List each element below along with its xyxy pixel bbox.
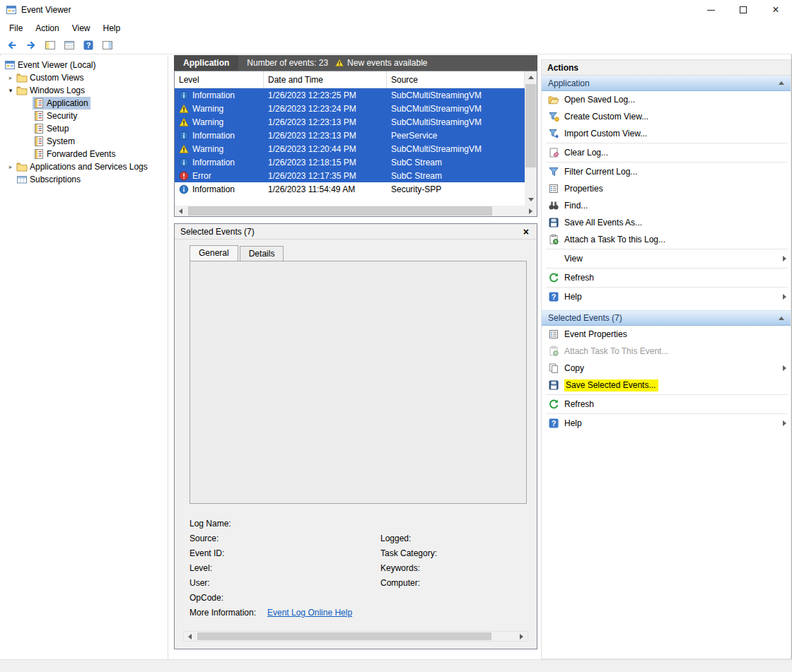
tree-item-forwarded-events[interactable]: Forwarded Events bbox=[0, 148, 168, 160]
tree-item-windows-logs[interactable]: ▾ Windows Logs bbox=[0, 84, 168, 97]
event-row[interactable]: Information 1/26/2023 12:18:15 PM SubC S… bbox=[175, 155, 525, 169]
event-level: Warning bbox=[192, 144, 223, 154]
warning-icon bbox=[179, 117, 189, 127]
back-button[interactable] bbox=[4, 37, 20, 53]
event-row[interactable]: Warning 1/26/2023 12:23:24 PM SubCMultiS… bbox=[175, 102, 525, 115]
scrollbar-thumb[interactable] bbox=[525, 84, 536, 167]
help-toolbar-button[interactable] bbox=[81, 37, 96, 53]
minimize-button[interactable] bbox=[694, 0, 727, 20]
tree-item-system[interactable]: System bbox=[0, 135, 168, 148]
event-row[interactable]: Error 1/26/2023 12:17:35 PM SubC Stream bbox=[175, 169, 525, 182]
action-save-selected-events[interactable]: Save Selected Events... bbox=[542, 377, 791, 394]
close-icon: × bbox=[772, 4, 779, 16]
action-refresh-selected[interactable]: Refresh bbox=[542, 396, 791, 413]
tab-general[interactable]: General bbox=[190, 245, 238, 261]
expander-collapsed-icon[interactable]: ▸ bbox=[6, 74, 16, 81]
menu-view[interactable]: View bbox=[66, 21, 97, 35]
show-console-tree-button[interactable] bbox=[42, 37, 58, 53]
export-list-icon bbox=[64, 40, 75, 51]
action-help-selected[interactable]: Help bbox=[542, 415, 791, 432]
actions-section-selected-events[interactable]: Selected Events (7) bbox=[542, 310, 791, 326]
scroll-down-button[interactable] bbox=[525, 194, 537, 206]
scroll-right-icon bbox=[520, 634, 523, 639]
action-view[interactable]: View bbox=[542, 250, 791, 267]
action-filter-current-log[interactable]: Filter Current Log... bbox=[542, 163, 791, 180]
column-header-source[interactable]: Source bbox=[387, 71, 525, 88]
action-event-properties[interactable]: Event Properties bbox=[542, 326, 791, 343]
list-horizontal-scrollbar[interactable] bbox=[175, 206, 537, 216]
event-row[interactable]: Information 1/26/2023 12:23:25 PM SubCMu… bbox=[175, 88, 525, 102]
tree-item-event-viewer-local[interactable]: Event Viewer (Local) bbox=[0, 59, 168, 71]
scroll-right-button[interactable] bbox=[516, 631, 528, 642]
field-label-computer: Computer: bbox=[380, 578, 420, 588]
scrollbar-thumb[interactable] bbox=[188, 206, 492, 216]
event-log-online-help-link[interactable]: Event Log Online Help bbox=[267, 608, 352, 618]
column-header-level[interactable]: Level bbox=[175, 71, 264, 88]
tree-item-setup[interactable]: Setup bbox=[0, 122, 168, 135]
expander-collapsed-icon[interactable]: ▸ bbox=[6, 163, 16, 170]
event-viewer-root-icon bbox=[4, 59, 16, 71]
tree-item-subscriptions[interactable]: Subscriptions bbox=[0, 173, 168, 186]
event-datetime: 1/26/2023 12:18:15 PM bbox=[264, 155, 387, 169]
create-view-icon bbox=[548, 111, 559, 122]
menu-help[interactable]: Help bbox=[97, 21, 127, 35]
tree-label: Application bbox=[47, 98, 88, 108]
action-refresh[interactable]: Refresh bbox=[542, 269, 791, 286]
action-open-saved-log[interactable]: Open Saved Log... bbox=[542, 91, 791, 108]
action-label: Copy bbox=[564, 363, 584, 373]
scroll-left-button[interactable] bbox=[175, 206, 187, 216]
expander-expanded-icon[interactable]: ▾ bbox=[6, 87, 16, 94]
action-properties[interactable]: Properties bbox=[542, 180, 791, 197]
action-copy[interactable]: Copy bbox=[542, 360, 791, 377]
action-find[interactable]: Find... bbox=[542, 197, 791, 214]
tree-item-security[interactable]: Security bbox=[0, 110, 168, 122]
event-level: Warning bbox=[192, 104, 223, 114]
collapse-section-icon[interactable] bbox=[779, 317, 784, 320]
preview-pane: Selected Events (7) × General Details Lo… bbox=[174, 223, 537, 649]
collapse-section-icon[interactable] bbox=[779, 81, 784, 85]
tree-label: Subscriptions bbox=[30, 175, 81, 184]
preview-horizontal-scrollbar[interactable] bbox=[183, 631, 528, 642]
action-create-custom-view[interactable]: Create Custom View... bbox=[542, 108, 791, 125]
tree-label: Windows Logs bbox=[30, 86, 85, 95]
event-row[interactable]: Information 1/26/2023 11:54:49 AM Securi… bbox=[175, 182, 525, 196]
event-row[interactable]: Warning 1/26/2023 12:23:13 PM SubCMultiS… bbox=[175, 115, 525, 129]
scrollbar-track[interactable] bbox=[196, 632, 516, 641]
scroll-right-button[interactable] bbox=[525, 206, 537, 216]
event-row[interactable]: Information 1/26/2023 12:23:13 PM PeerSe… bbox=[175, 129, 525, 142]
column-header-date[interactable]: Date and Time bbox=[264, 71, 387, 88]
event-row[interactable]: Warning 1/26/2023 12:20:44 PM SubCMultiS… bbox=[175, 142, 525, 155]
list-vertical-scrollbar[interactable] bbox=[525, 71, 537, 206]
scrollbar-thumb[interactable] bbox=[197, 632, 491, 640]
tree-item-applications-and-services-logs[interactable]: ▸ Applications and Services Logs bbox=[0, 160, 168, 173]
event-level: Error bbox=[192, 171, 211, 181]
show-action-pane-button[interactable] bbox=[100, 37, 115, 53]
submenu-arrow-icon bbox=[783, 294, 786, 300]
event-source: SubCMultiStreamingVM bbox=[387, 102, 525, 115]
tab-details[interactable]: Details bbox=[240, 246, 284, 261]
menu-file[interactable]: File bbox=[3, 21, 29, 35]
separator bbox=[546, 249, 788, 249]
tree-label: Forwarded Events bbox=[47, 149, 115, 159]
save-icon bbox=[548, 379, 559, 391]
close-button[interactable]: × bbox=[759, 0, 792, 20]
action-attach-task-to-log[interactable]: Attach a Task To this Log... bbox=[542, 231, 791, 248]
preview-close-button[interactable]: × bbox=[521, 227, 531, 237]
action-label: Filter Current Log... bbox=[564, 167, 637, 177]
export-list-button[interactable] bbox=[62, 37, 77, 53]
scroll-left-button[interactable] bbox=[184, 631, 196, 642]
menubar: File Action View Help bbox=[0, 20, 792, 36]
action-import-custom-view[interactable]: Import Custom View... bbox=[542, 125, 791, 142]
action-label: View bbox=[564, 254, 583, 264]
menu-action[interactable]: Action bbox=[29, 21, 65, 35]
maximize-button[interactable] bbox=[727, 0, 759, 20]
actions-section-application[interactable]: Application bbox=[542, 76, 791, 91]
action-clear-log[interactable]: Clear Log... bbox=[542, 144, 791, 161]
scrollbar-track[interactable] bbox=[187, 206, 525, 216]
tree-item-custom-views[interactable]: ▸ Custom Views bbox=[0, 71, 168, 84]
forward-button[interactable] bbox=[23, 37, 39, 53]
action-save-all-events-as[interactable]: Save All Events As... bbox=[542, 214, 791, 231]
action-help[interactable]: Help bbox=[542, 288, 791, 305]
tree-item-application[interactable]: Application bbox=[0, 97, 168, 110]
scroll-up-button[interactable] bbox=[525, 71, 537, 83]
